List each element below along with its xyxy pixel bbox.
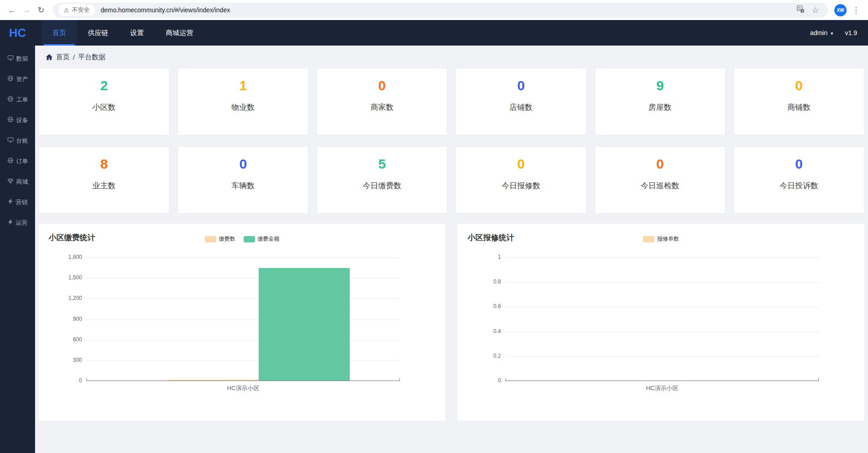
- stat-value: 2: [39, 78, 169, 93]
- breadcrumb: 首页 / 平台数据: [35, 46, 868, 62]
- security-label: 不安全: [72, 6, 90, 14]
- chevron-down-icon[interactable]: ▾: [831, 31, 833, 36]
- y-axis-tick-label: 600: [41, 336, 82, 343]
- stat-card-vehicles: 0 车辆数: [178, 146, 308, 214]
- stat-card-merchants: 0 商家数: [317, 68, 447, 135]
- sidebar-item-label: 运营: [16, 219, 28, 227]
- sidebar-item-marketing[interactable]: 营销: [0, 192, 35, 212]
- y-axis-tick-label: 1,200: [41, 295, 82, 301]
- chart-legend: 报修单数: [458, 235, 864, 243]
- tab-supply-chain[interactable]: 供应链: [77, 20, 119, 46]
- warning-icon: ⚠: [64, 7, 69, 14]
- gridline: [505, 307, 819, 307]
- gridline: [87, 257, 400, 258]
- y-axis-tick-label: 0.4: [460, 328, 501, 335]
- svg-text:A: A: [801, 9, 803, 12]
- sidebar-item-work-orders[interactable]: 工单: [0, 89, 35, 110]
- reload-icon[interactable]: ↻: [34, 5, 48, 15]
- stat-card-today-payments: 5 今日缴费数: [317, 146, 447, 214]
- browser-profile-avatar[interactable]: XW: [834, 4, 847, 16]
- sidebar-item-label: 设备: [16, 116, 28, 124]
- gridline: [87, 299, 400, 299]
- stats-grid: 2 小区数 1 物业数 0 商家数 0 店铺数 9 房屋数 0 商铺数 8 业主…: [39, 68, 864, 214]
- repair-stats-chart: 小区报修统计 报修单数 10.80.60.40.20 HC演示小区: [458, 224, 864, 421]
- app-logo[interactable]: HC: [0, 26, 35, 40]
- sidebar-item-mall[interactable]: 商城: [0, 171, 35, 192]
- sidebar-item-data[interactable]: 数据: [0, 48, 35, 69]
- browser-toolbar: ← → ↻ ⚠ 不安全 demo.homecommunity.cn/#/view…: [0, 0, 868, 20]
- stat-label: 店铺数: [456, 102, 586, 113]
- sidebar: 数据 资产 工单 设备 台账 订单 商城 营销 运营: [0, 46, 35, 453]
- sidebar-item-devices[interactable]: 设备: [0, 110, 35, 130]
- breadcrumb-home[interactable]: 首页: [56, 53, 70, 62]
- gridline: [87, 340, 400, 340]
- stat-label: 今日巡检数: [595, 180, 725, 191]
- globe-icon: [7, 157, 14, 165]
- tab-home[interactable]: 首页: [41, 20, 77, 46]
- stat-value: 9: [595, 78, 725, 93]
- user-menu[interactable]: admin: [810, 29, 827, 36]
- home-icon: [46, 54, 53, 61]
- legend-item[interactable]: 缴费金额: [244, 235, 280, 243]
- stat-value: 8: [39, 156, 169, 172]
- charts-row: 小区缴费统计 缴费数 缴费金额 1,8001,5001,200900600300…: [39, 224, 864, 421]
- forward-icon[interactable]: →: [19, 5, 34, 15]
- desktop-icon: [7, 55, 14, 62]
- y-axis-tick-label: 900: [41, 316, 82, 322]
- sidebar-item-operations[interactable]: 运营: [0, 212, 35, 233]
- stat-card-properties: 1 物业数: [178, 68, 308, 135]
- chart-plot-area: 1,8001,5001,2009006003000: [87, 257, 400, 381]
- navbar-right: admin ▾ v1.9: [810, 29, 857, 36]
- address-bar[interactable]: ⚠ 不安全 demo.homecommunity.cn/#/views/inde…: [53, 3, 828, 18]
- security-badge[interactable]: ⚠ 不安全: [58, 4, 95, 16]
- stat-card-today-complaints: 0 今日投诉数: [734, 146, 864, 214]
- stat-value: 0: [456, 156, 586, 172]
- stat-label: 业主数: [39, 180, 169, 191]
- y-axis-tick-label: 300: [41, 357, 82, 363]
- series-bar: [259, 268, 350, 381]
- stat-card-shops: 0 商铺数: [734, 68, 864, 135]
- back-icon[interactable]: ←: [5, 5, 19, 15]
- stat-value: 0: [734, 156, 864, 172]
- legend-label: 缴费金额: [258, 235, 280, 243]
- sidebar-item-label: 订单: [16, 157, 28, 165]
- axis-tick: [818, 378, 819, 381]
- gridline: [505, 257, 819, 258]
- legend-item[interactable]: 报修单数: [643, 235, 679, 243]
- axis-tick: [87, 378, 87, 381]
- translate-icon[interactable]: 文 A: [797, 5, 805, 15]
- tab-mall-operation[interactable]: 商城运营: [155, 20, 204, 46]
- tab-settings[interactable]: 设置: [119, 20, 155, 46]
- y-axis-tick-label: 1: [460, 254, 501, 260]
- stat-label: 商铺数: [734, 102, 864, 113]
- series-bar: [168, 380, 259, 381]
- x-axis-category-label: HC演示小区: [87, 384, 400, 392]
- sidebar-item-ledger[interactable]: 台账: [0, 130, 35, 151]
- stat-label: 小区数: [39, 102, 169, 113]
- legend-swatch: [205, 236, 216, 242]
- y-axis-tick-label: 0: [41, 377, 82, 384]
- stat-label: 今日缴费数: [317, 180, 447, 191]
- sidebar-item-assets[interactable]: 资产: [0, 69, 35, 89]
- gridline: [505, 356, 819, 357]
- x-axis-category-label: HC演示小区: [505, 384, 819, 392]
- globe-icon: [7, 75, 14, 83]
- stat-label: 今日投诉数: [734, 180, 864, 191]
- browser-menu-icon[interactable]: ⋮: [852, 5, 860, 15]
- stat-label: 商家数: [317, 102, 447, 113]
- legend-label: 报修单数: [657, 235, 679, 243]
- bookmark-star-icon[interactable]: ☆: [812, 5, 819, 15]
- y-axis-tick-label: 0: [460, 377, 501, 384]
- stat-value: 0: [317, 78, 447, 93]
- axis-tick: [399, 378, 400, 381]
- sidebar-item-label: 台账: [16, 137, 28, 145]
- url-text[interactable]: demo.homecommunity.cn/#/views/index/inde…: [101, 6, 793, 14]
- stat-card-stores: 0 店铺数: [455, 68, 586, 135]
- sidebar-item-label: 商城: [16, 178, 28, 186]
- sidebar-item-orders[interactable]: 订单: [0, 151, 35, 171]
- axis-tick: [505, 378, 506, 381]
- breadcrumb-separator: /: [73, 53, 75, 61]
- gridline: [505, 332, 819, 332]
- legend-item[interactable]: 缴费数: [205, 235, 235, 243]
- version-label: v1.9: [845, 29, 857, 36]
